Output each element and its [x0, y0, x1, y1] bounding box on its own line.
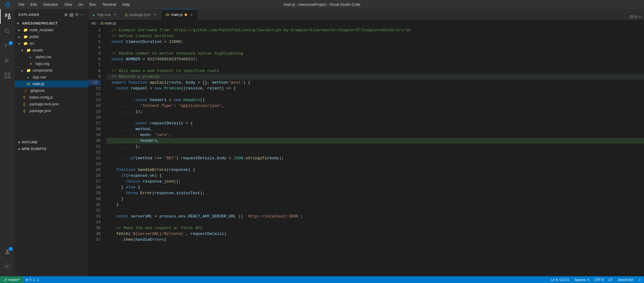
menu-edit[interactable]: Edit	[27, 0, 40, 9]
code-line-4	[107, 45, 644, 51]
activity-accounts[interactable]: 2	[0, 244, 15, 259]
menu-bar: File Edit Selection View Go Run Terminal…	[15, 0, 133, 9]
activity-source-control[interactable]: 6	[0, 39, 15, 53]
menu-terminal[interactable]: Terminal	[99, 0, 119, 9]
code-line-1: // Example borrowed from: https://github…	[107, 27, 644, 33]
svg-rect-9	[4, 76, 7, 78]
sidebar-item-package-lock-json[interactable]: {} package-lock.json	[15, 101, 88, 108]
sidebar-item-babel-config[interactable]: B babel.config.js	[15, 94, 88, 101]
svg-point-12	[6, 266, 8, 267]
sidebar-item-main-js[interactable]: JS main.js	[15, 81, 88, 87]
tab-app-vue[interactable]: ▲ App.vue ✕	[88, 9, 121, 20]
folder-icon: 📁	[26, 48, 31, 52]
code-line-18: ......method,	[107, 126, 644, 132]
line-ending[interactable]: LF	[606, 276, 615, 283]
menu-go[interactable]: Go	[75, 0, 86, 9]
vue-tab-icon: ▲	[92, 13, 95, 17]
feedback[interactable]: ☺	[636, 276, 644, 283]
tab-package-json[interactable]: {} package.json ✕	[121, 9, 162, 20]
package-json-label: package.json	[29, 109, 51, 113]
code-line-24	[107, 161, 644, 167]
menu-view[interactable]: View	[61, 0, 75, 9]
title-bar: File Edit Selection View Go Run Terminal…	[0, 0, 644, 9]
npm-scripts-header[interactable]: ▸ NPM SCRIPTS	[15, 145, 88, 152]
sidebar-item-gitignore[interactable]: ⎇ .gitignore	[15, 87, 88, 94]
branch-icon: ⎇	[3, 278, 7, 282]
assets-arrow: ▾	[21, 49, 26, 52]
new-folder-icon[interactable]: ▤	[69, 12, 74, 17]
svg-point-11	[6, 250, 8, 252]
status-left: ⎇ master* ⊗ 0 ⚠ 1	[0, 276, 41, 283]
close-tab-app-vue[interactable]: ✕	[113, 12, 117, 17]
activity-extensions[interactable]	[0, 68, 15, 83]
sidebar-item-components[interactable]: ▸ 📁 components	[15, 67, 88, 74]
activity-run[interactable]	[0, 53, 15, 68]
sidebar-item-node-modules[interactable]: ▸ 📁 node_modules	[15, 27, 88, 33]
svg-rect-8	[8, 72, 10, 75]
more-actions-icon[interactable]: ⋯	[638, 14, 642, 20]
language-mode[interactable]: JavaScript	[615, 276, 635, 283]
encoding-label: UTF-8	[594, 278, 604, 281]
menu-selection[interactable]: Selection	[40, 0, 61, 9]
close-tab-package-json[interactable]: ✕	[153, 12, 158, 17]
refresh-icon[interactable]: ↺	[75, 12, 79, 17]
folder-icon: 📁	[23, 41, 28, 46]
encoding[interactable]: UTF-8	[592, 276, 606, 283]
node-modules-label: node_modules	[29, 28, 54, 32]
json-file-icon: {}	[23, 103, 28, 106]
code-line-28: } else {	[107, 184, 644, 190]
json-tab-icon: {}	[125, 13, 127, 17]
position-label: Ln 9, Col 21	[551, 278, 569, 281]
menu-file[interactable]: File	[15, 0, 27, 9]
activity-search[interactable]	[0, 24, 15, 39]
sidebar-item-package-json[interactable]: {} package.json	[15, 108, 88, 114]
svg-point-2	[5, 47, 6, 48]
code-line-8: // Will make a web request to specified …	[107, 68, 644, 74]
babel-file-icon: B	[23, 96, 28, 99]
sidebar-item-assets[interactable]: ▾ 📁 assets	[15, 47, 88, 54]
outline-header[interactable]: ▸ OUTLINE	[15, 139, 88, 145]
error-icon: ⊗	[25, 278, 28, 282]
split-editor-icon[interactable]: ⧉	[630, 14, 633, 20]
sidebar-item-src[interactable]: ▾ 📁 src	[15, 40, 88, 47]
folder-icon: 📁	[23, 28, 28, 32]
code-line-3: const timeoutDuration = 12000;	[107, 39, 644, 45]
activity-explorer[interactable]	[0, 9, 15, 24]
collapse-icon[interactable]: ⋯	[80, 12, 85, 17]
sidebar-item-app-vue[interactable]: ▲ App.vue	[15, 74, 88, 81]
errors-count[interactable]: ⊗ 0 ⚠ 1	[23, 276, 41, 283]
breadcrumb-src[interactable]: src	[91, 21, 96, 25]
menu-run[interactable]: Run	[86, 0, 99, 9]
breadcrumb-main-js[interactable]: JSmain.js	[100, 21, 116, 25]
sidebar-item-logo-svg[interactable]: ✳ logo.svg	[15, 60, 88, 67]
folder-icon: 📁	[26, 68, 31, 73]
code-line-26: if(response.ok) {	[107, 173, 644, 179]
new-file-icon[interactable]: ⊕	[64, 12, 68, 17]
code-line-29: throw Error(response.statusText);	[107, 190, 644, 196]
code-line-35: // Make the web request w/ fetch API	[107, 225, 644, 231]
code-line-19: ........mode: 'cors',	[107, 132, 644, 138]
git-branch[interactable]: ⎇ master*	[0, 276, 23, 283]
activity-bar: 6 2	[0, 9, 15, 276]
code-line-32	[107, 208, 644, 213]
code-line-25: function handleErrors(response) {	[107, 167, 644, 173]
warnings-label: 1	[37, 278, 39, 281]
public-arrow: ▸	[18, 35, 23, 39]
code-content[interactable]: // Example borrowed from: https://github…	[104, 27, 644, 276]
activity-settings[interactable]	[0, 259, 15, 274]
tab-main-js[interactable]: JS main.js ✕	[162, 9, 198, 20]
project-root[interactable]: ▾ AWESOMEPROJECT	[15, 20, 88, 27]
code-line-9: // Returns a promise	[107, 74, 644, 80]
toggle-panel-icon[interactable]: ⊟	[634, 14, 638, 20]
code-line-15: ......});	[107, 109, 644, 115]
sidebar-item-public[interactable]: ▸ 📁 public	[15, 33, 88, 40]
feedback-icon: ☺	[638, 278, 642, 281]
indentation[interactable]: Spaces: 4	[572, 276, 592, 283]
cursor-position[interactable]: Ln 9, Col 21	[549, 276, 572, 283]
code-line-34	[107, 219, 644, 225]
menu-help[interactable]: Help	[119, 0, 133, 9]
close-tab-main-js[interactable]: ✕	[189, 12, 194, 17]
npm-scripts-label: NPM SCRIPTS	[22, 147, 47, 151]
sidebar-item-styles-css[interactable]: ● styles.css	[15, 54, 88, 60]
accounts-badge: 2	[9, 247, 13, 251]
